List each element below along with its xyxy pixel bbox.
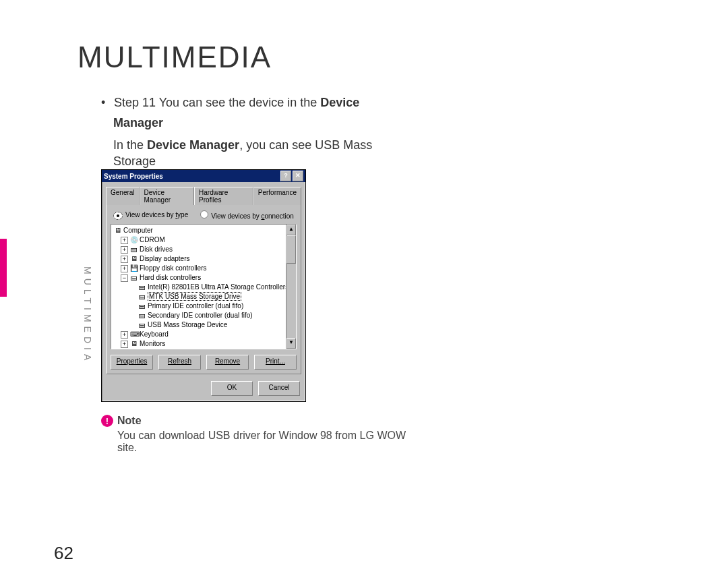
tree-selected-label: MTK USB Mass Storage Drive <box>148 292 241 301</box>
tree-node-label: CDROM <box>140 236 165 243</box>
tree-node-label: Monitors <box>140 340 165 347</box>
tree-root[interactable]: 🖥Computer <box>113 226 295 235</box>
device-icon: 🖱 <box>130 349 138 349</box>
tree-child-label: Primary IDE controller (dual fifo) <box>148 302 243 310</box>
close-button[interactable]: ✕ <box>293 171 303 181</box>
tree-node-label: Keyboard <box>140 330 169 338</box>
device-tree[interactable]: 🖥Computer +💿CDROM+🖴Disk drives+🖥Display … <box>111 224 297 349</box>
tree-child-node[interactable]: 🖴MTK USB Mass Storage Drive <box>113 292 295 301</box>
radio-by-type[interactable]: View devices by type <box>113 211 188 220</box>
note-text: You can download USB driver for Window 9… <box>117 430 411 454</box>
expand-icon[interactable]: + <box>121 237 128 244</box>
scroll-up-icon[interactable]: ▲ <box>286 225 296 235</box>
tree-child-label: Intel(R) 82801EB Ultra ATA Storage Contr… <box>148 283 289 291</box>
device-icon: ⌨ <box>130 330 138 339</box>
tree-node-label: Hard disk controllers <box>140 274 201 281</box>
manual-page: MULTIMEDIA 62 MULTIMEDIA • Step 11 You c… <box>0 0 728 582</box>
step-text: Step 11 You can see the device in the <box>114 96 320 109</box>
help-button[interactable]: ? <box>280 171 291 181</box>
computer-icon: 🖥 <box>114 226 122 235</box>
refresh-button[interactable]: Refresh <box>158 355 201 370</box>
device-icon: 🖴 <box>138 301 146 311</box>
radio-by-connection[interactable]: View devices by connection <box>200 210 294 220</box>
view-mode-row: View devices by type View devices by con… <box>111 209 297 224</box>
properties-button[interactable]: Properties <box>111 355 153 370</box>
radio-dot-icon <box>113 212 123 220</box>
step-bold-2: Manager <box>113 116 163 129</box>
note-label: Note <box>117 415 142 427</box>
tree-node[interactable]: +🖥Display adapters <box>113 254 295 264</box>
tree-child-node[interactable]: 🖴Primary IDE controller (dual fifo) <box>113 301 295 311</box>
expand-icon[interactable]: + <box>121 256 128 263</box>
tree-child-node[interactable]: 🖴Secondary IDE controller (dual fifo) <box>113 311 295 320</box>
step-line: • Step 11 You can see the device in the … <box>101 94 411 111</box>
expand-icon[interactable]: + <box>121 265 128 272</box>
tree-node[interactable]: +🖥Monitors <box>113 339 295 349</box>
device-icon: 🖴 <box>138 292 146 301</box>
accent-bar <box>0 239 7 297</box>
device-icon: 🖴 <box>130 245 138 254</box>
tree-button-row: Properties Refresh Remove Print... <box>111 355 297 370</box>
tab-general[interactable]: General <box>106 187 140 205</box>
device-icon: 🖴 <box>138 311 146 320</box>
device-icon: 💾 <box>130 264 138 273</box>
remove-button[interactable]: Remove <box>206 355 249 370</box>
sub-bold: Device Manager <box>147 138 239 152</box>
scroll-down-icon[interactable]: ▼ <box>286 338 296 349</box>
dialog-title: System Properties <box>104 173 163 180</box>
tree-child-label: Secondary IDE controller (dual fifo) <box>148 312 253 319</box>
dialog-button-row: OK Cancel <box>102 378 305 401</box>
device-icon: 🖥 <box>130 339 138 349</box>
tree-node[interactable]: −🖴Hard disk controllers <box>113 273 295 283</box>
tree-node-label: Disk drives <box>140 245 173 253</box>
sidebar-section-label: MULTIMEDIA <box>82 266 93 364</box>
tab-body: View devices by type View devices by con… <box>106 204 301 374</box>
print-button[interactable]: Print... <box>254 355 297 370</box>
device-icon: 🖴 <box>130 273 138 283</box>
tree-node[interactable]: +🖱Mouse <box>113 349 295 349</box>
titlebar[interactable]: System Properties ? ✕ <box>102 170 305 182</box>
cancel-button[interactable]: Cancel <box>258 381 300 396</box>
tab-hardware-profiles[interactable]: Hardware Profiles <box>194 187 253 205</box>
expand-icon[interactable]: + <box>121 246 128 254</box>
step-bold-1: Device <box>320 96 359 109</box>
note-heading: ! Note <box>101 415 411 427</box>
device-icon: 🖴 <box>138 320 146 330</box>
step-line-2: Manager <box>113 115 411 131</box>
device-icon: 🖴 <box>138 283 146 292</box>
tree-scrollbar[interactable]: ▲ ▼ <box>286 225 296 349</box>
page-number: 62 <box>54 543 73 564</box>
scroll-thumb[interactable] <box>286 235 296 264</box>
tab-strip: General Device Manager Hardware Profiles… <box>106 186 301 204</box>
bullet-icon: • <box>101 94 111 111</box>
page-title: MULTIMEDIA <box>78 40 272 74</box>
note-block: ! Note You can download USB driver for W… <box>101 415 411 454</box>
expand-icon[interactable]: + <box>121 331 128 339</box>
expand-icon[interactable]: − <box>121 274 128 282</box>
tree-root-label: Computer <box>123 227 153 234</box>
radio-empty-icon <box>200 210 208 219</box>
device-icon: 💿 <box>130 235 138 245</box>
tree-child-node[interactable]: 🖴Intel(R) 82801EB Ultra ATA Storage Cont… <box>113 283 295 292</box>
tab-performance[interactable]: Performance <box>253 187 301 205</box>
tree-child-label: USB Mass Storage Device <box>148 321 227 328</box>
ok-button[interactable]: OK <box>211 381 253 396</box>
device-icon: 🖥 <box>130 254 138 264</box>
tree-node-label: Display adapters <box>140 255 189 262</box>
sub-1: In the <box>113 138 147 152</box>
tree-node[interactable]: +🖴Disk drives <box>113 245 295 254</box>
note-icon: ! <box>101 415 113 427</box>
tree-node-label: Floppy disk controllers <box>140 264 206 272</box>
tab-device-manager[interactable]: Device Manager <box>140 187 195 205</box>
tree-child-node[interactable]: 🖴USB Mass Storage Device <box>113 320 295 330</box>
system-properties-dialog: System Properties ? ✕ General Device Man… <box>101 169 306 402</box>
expand-icon[interactable]: + <box>121 341 128 348</box>
tree-node[interactable]: +💾Floppy disk controllers <box>113 264 295 273</box>
tree-node[interactable]: +💿CDROM <box>113 235 295 245</box>
tree-node[interactable]: +⌨Keyboard <box>113 330 295 339</box>
